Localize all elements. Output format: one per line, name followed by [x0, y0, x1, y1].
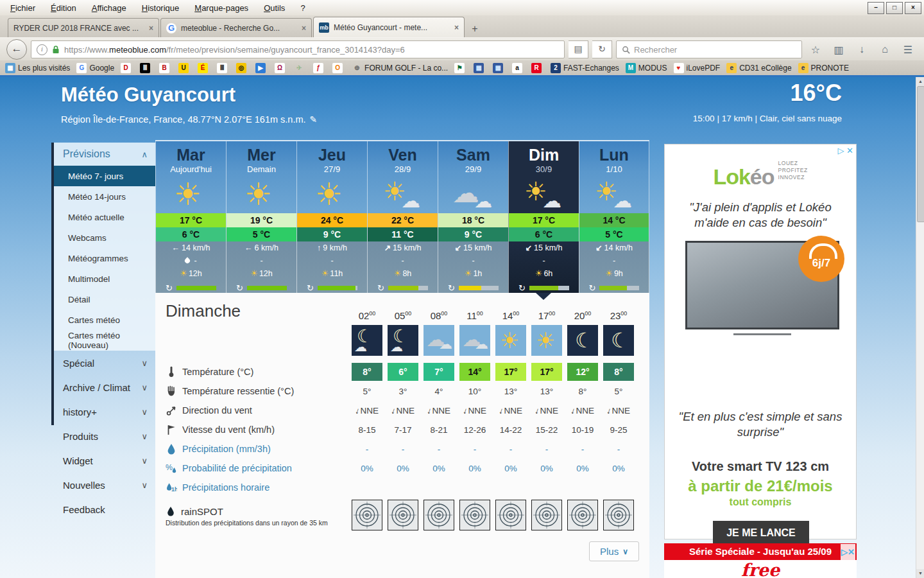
menu-item[interactable]: ?	[300, 3, 305, 13]
menu-item[interactable]: Fichier	[10, 3, 35, 13]
bookmark-item[interactable]: ⊕ FORUM GOLF - La co...	[352, 63, 448, 73]
tab-close-icon[interactable]: ×	[302, 24, 306, 33]
new-tab-button[interactable]: +	[466, 21, 484, 37]
sidebar-item[interactable]: Météogrammes	[51, 248, 155, 268]
menu-item[interactable]: Historique	[142, 3, 180, 13]
bookmark-item[interactable]: a	[512, 63, 525, 73]
bookmark-item[interactable]: e PRONOTE	[798, 63, 849, 73]
bookmark-item[interactable]: O	[332, 63, 345, 73]
tab-google-search[interactable]: G meteoblue - Recherche Go... ×	[160, 18, 312, 37]
home-icon[interactable]: ⌂	[875, 44, 894, 55]
forecast-day-column[interactable]: Mer Demain 19 °C 5 °C ←6 km/h - ☀12h ↻	[226, 141, 296, 294]
sidebar-section[interactable]: Widget ∨	[51, 448, 155, 473]
info-icon[interactable]: i	[37, 44, 47, 55]
hour-feels-like: 5°	[349, 387, 385, 396]
menu-item[interactable]: Outils	[264, 3, 285, 13]
forecast-day-column[interactable]: Lun 1/10 14 °C 5 °C ↙14 km/h - ☀9h ↻	[579, 141, 649, 294]
bookmarks-panel-icon[interactable]: ▥	[829, 44, 848, 56]
forecast-day-column[interactable]: Ven 28/9 22 °C 11 °C ↗15 km/h - ☀8h ↻	[367, 141, 438, 294]
bookmark-item[interactable]: Ⅲ	[140, 63, 153, 73]
sidebar-section[interactable]: history+ ∨	[51, 399, 155, 424]
tab-ryder-cup[interactable]: RYDER CUP 2018 FRANCE avec ... ×	[8, 18, 159, 37]
sidebar-section[interactable]: Produits ∨	[51, 424, 155, 448]
scroll-down-arrow[interactable]: ▼	[916, 569, 924, 578]
bookmark-favicon: R	[531, 63, 542, 73]
sidebar-section-label: Widget	[63, 455, 93, 466]
bookmark-item[interactable]: M MODUS	[626, 63, 667, 73]
bookmark-item[interactable]: e CD31 eCollège	[726, 63, 791, 73]
edit-location-icon[interactable]: ✎	[310, 114, 318, 125]
bookmark-item[interactable]: G Google	[76, 63, 114, 73]
sidebar-item[interactable]: Météo actuelle	[51, 207, 155, 227]
close-button[interactable]: ×	[905, 2, 921, 14]
precipitation-probability-link[interactable]: % Probabilité de précipitation	[166, 462, 349, 474]
reader-mode-icon[interactable]: ▤	[569, 40, 588, 58]
restore-button[interactable]: □	[886, 2, 903, 14]
bookmark-item[interactable]: D	[121, 63, 133, 73]
tab-close-icon[interactable]: ×	[454, 23, 459, 32]
hour-wind-speed: 8-21	[421, 425, 457, 435]
sidebar-item[interactable]: Détail	[51, 289, 155, 310]
back-button[interactable]: ←	[6, 39, 27, 60]
bookmark-item[interactable]: ▦ Les plus visités	[5, 63, 70, 73]
forecast-day-column[interactable]: Dim 30/9 17 °C 6 °C ↙15 km/h - ☀6h ↻	[508, 141, 579, 294]
menu-item[interactable]: Édition	[51, 3, 76, 13]
sidebar-section[interactable]: Archive / Climat ∨	[51, 375, 155, 399]
hour-weather-icon	[529, 325, 565, 356]
sidebar-item[interactable]: Webcams	[51, 227, 155, 248]
url-text[interactable]: https://www.meteoblue.com/fr/meteo/previ…	[64, 45, 405, 55]
sidebar-item-feedback[interactable]: Feedback	[51, 497, 155, 521]
sidebar-item[interactable]: Météo 14-jours	[51, 186, 155, 207]
forecast-day-column[interactable]: Jeu 27/9 24 °C 9 °C ↑9 km/h - ☀11h ↻	[296, 141, 367, 294]
bookmark-item[interactable]: ♥ iLovePDF	[674, 63, 721, 73]
hour-precipitation: -	[349, 444, 385, 454]
hourly-precipitation-link[interactable]: 1h Précipitations horaire	[166, 482, 349, 493]
reload-icon[interactable]: ↻	[592, 40, 612, 58]
sidebar-group-previsions[interactable]: Prévisions ∧	[51, 143, 155, 166]
location-subtitle: Région Île-de-France, France, 48.77°N 2.…	[61, 114, 317, 125]
bookmark-item[interactable]: U	[178, 63, 191, 73]
tab-close-icon[interactable]: ×	[149, 24, 153, 33]
plus-button[interactable]: Plus∨	[589, 541, 639, 561]
bookmark-item[interactable]: 2 FAST-Echanges	[551, 63, 619, 73]
chevron-down-icon: ∨	[141, 480, 148, 490]
scrollbar-thumb[interactable]	[917, 86, 924, 222]
bookmark-item[interactable]: ƒ	[313, 63, 326, 73]
bookmark-item[interactable]: ▦	[493, 63, 506, 73]
minimize-button[interactable]: –	[868, 2, 884, 14]
bookmark-item[interactable]: R	[531, 63, 544, 73]
menu-item[interactable]: Affichage	[92, 3, 126, 13]
vertical-scrollbar[interactable]: ▲ ▼	[916, 77, 924, 578]
sidebar-section[interactable]: Spécial ∨	[51, 351, 155, 375]
bookmark-item[interactable]: B	[159, 63, 172, 73]
sidebar-item[interactable]: Météo 7- jours	[51, 166, 155, 186]
bookmark-item[interactable]: ▦	[474, 63, 486, 73]
bookmark-item[interactable]: Ⅲ	[217, 63, 230, 73]
scroll-up-arrow[interactable]: ▲	[916, 77, 924, 86]
precipitation-link[interactable]: Précipitation (mm/3h)	[166, 443, 349, 455]
bookmark-star-icon[interactable]: ☆	[806, 44, 825, 56]
tab-meteo-guyancourt[interactable]: mb Météo Guyancourt - mete... ×	[313, 17, 465, 37]
hamburger-menu-icon[interactable]: ☰	[898, 44, 918, 56]
sidebar-item[interactable]: Cartes météo	[51, 310, 155, 330]
bookmark-item[interactable]: É	[198, 63, 210, 73]
sidebar-item[interactable]: Multimodel	[51, 268, 155, 289]
forecast-day-column[interactable]: Mar Aujourd'hui 17 °C 6 °C ←14 km/h - ☀1…	[155, 141, 226, 294]
bookmark-item[interactable]: Ω	[275, 63, 287, 73]
lokeo-ad[interactable]: ▷ ✕ LokéoLOUEZPROFITEZINNOVEZ "J'ai plei…	[664, 144, 857, 539]
free-ad[interactable]: Série Spéciale - Jusqu'au 25/09▷✕ free	[664, 543, 857, 578]
bookmark-item[interactable]: ⚑	[454, 63, 467, 73]
search-input[interactable]: Rechercher	[616, 40, 802, 58]
sidebar-item[interactable]: Cartes météo (Nouveau)	[51, 330, 155, 351]
sidebar-section[interactable]: Nouvelles ∨	[51, 473, 155, 497]
je-me-lance-button[interactable]: JE ME LANCE	[713, 521, 809, 545]
downloads-icon[interactable]: ↓	[852, 44, 871, 55]
menu-item[interactable]: Marque-pages	[194, 3, 248, 13]
adchoices-icon[interactable]: ▷✕	[841, 544, 855, 561]
forecast-day-column[interactable]: Sam 29/9 18 °C 9 °C ↙15 km/h - ☀1h ↻	[438, 141, 508, 294]
url-bar[interactable]: i https://www.meteoblue.com/fr/meteo/pre…	[31, 40, 565, 58]
adchoices-icon[interactable]: ▷ ✕	[837, 146, 853, 155]
bookmark-item[interactable]: ▶	[255, 63, 268, 73]
bookmark-item[interactable]: ◎	[236, 63, 249, 73]
bookmark-item[interactable]: ✈	[294, 63, 307, 73]
